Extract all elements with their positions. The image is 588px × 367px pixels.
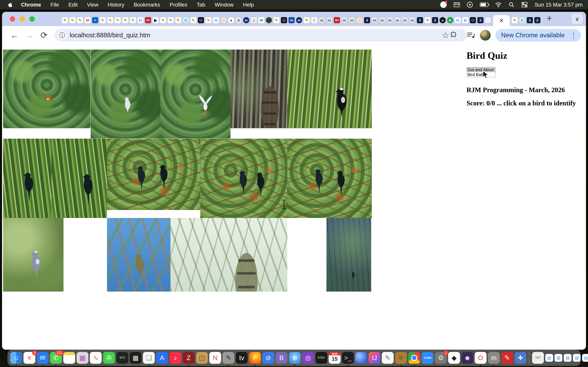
dock-finder[interactable]: ☺ xyxy=(10,352,22,364)
browser-tab-14[interactable]: ✎ xyxy=(160,17,166,23)
bird-photo-tawny-frogmouth[interactable] xyxy=(231,50,287,128)
dock-launchpad[interactable]: ▦ xyxy=(77,352,88,364)
dock-bible-app[interactable]: B xyxy=(276,352,287,364)
browser-tab-9[interactable]: ✎ xyxy=(122,17,129,23)
dock-minimized-doc-2[interactable]: ▤ xyxy=(554,354,562,362)
menu-view[interactable]: View xyxy=(82,2,103,8)
browser-tab-36[interactable]: m xyxy=(326,17,332,23)
wifi-icon[interactable] xyxy=(495,2,502,8)
dock-reminders[interactable]: ≡3 xyxy=(24,352,35,364)
browser-tab-40[interactable]: ◔ xyxy=(356,17,363,23)
control-center-icon[interactable] xyxy=(521,2,527,8)
dock-gimp[interactable]: ✎ xyxy=(223,352,234,364)
dock-art-app[interactable]: ❋ xyxy=(395,352,407,364)
browser-tab-19[interactable]: O xyxy=(198,17,204,23)
browser-tab-7[interactable]: ✎ xyxy=(107,17,113,23)
dock-dtc-app[interactable]: DTC xyxy=(116,352,128,364)
menu-bookmarks[interactable]: Bookmarks xyxy=(129,2,165,8)
browser-tab-42[interactable]: m xyxy=(372,17,378,23)
browser-tab-45[interactable]: m xyxy=(394,17,400,23)
browser-tab-12[interactable]: AFL xyxy=(145,17,151,23)
browser-tab-46[interactable]: m xyxy=(402,17,408,23)
bird-photo-drongo-single-1[interactable] xyxy=(3,139,52,218)
keyboard-window-icon[interactable] xyxy=(454,2,460,8)
browser-tab-21[interactable]: G xyxy=(213,17,219,23)
dock-mail[interactable]: ✉ xyxy=(37,352,49,364)
browser-tab-17[interactable]: C xyxy=(183,17,189,23)
dock-siri[interactable] xyxy=(355,352,367,364)
browser-tab-54[interactable]: G xyxy=(462,17,468,23)
dock-txt-document[interactable]: TXT xyxy=(532,352,544,364)
browser-tab-after-1[interactable]: ✎ xyxy=(512,17,518,23)
browser-menu-dots-icon[interactable]: ⋮ xyxy=(568,31,579,39)
dock-chrome[interactable] xyxy=(408,352,420,364)
menu-file[interactable]: File xyxy=(46,2,64,8)
quiz-mode-select[interactable]: Out and AboutBird Bath xyxy=(467,67,495,77)
browser-tab-8[interactable]: ✎ xyxy=(115,17,121,23)
dock-blocker[interactable]: ⊘ xyxy=(262,352,274,364)
dock-minimized-doc-1[interactable]: ▤ xyxy=(545,354,553,362)
dock-minimized-doc-5[interactable]: ▤ xyxy=(582,354,588,362)
browser-tab-4[interactable]: M xyxy=(85,17,91,23)
bird-photo-drongo-pair-1[interactable] xyxy=(107,139,200,210)
dock-apple-tv[interactable]: tv xyxy=(236,352,248,364)
tab-search-chevron[interactable]: ∨ xyxy=(572,13,583,24)
apple-logo-icon[interactable] xyxy=(7,2,13,8)
menu-help[interactable]: Help xyxy=(238,2,259,8)
browser-tab-57[interactable]: ◌ xyxy=(485,17,491,23)
bird-photo-drongo-pair-3[interactable] xyxy=(287,139,372,218)
browser-tab-after-3[interactable]: S xyxy=(527,17,533,23)
browser-tab-28[interactable]: ● xyxy=(266,17,272,23)
new-chrome-available-button[interactable]: New Chrome available ⋮ xyxy=(495,29,581,42)
browser-tab-35[interactable]: m xyxy=(319,17,325,23)
dock-books[interactable]: ◫ xyxy=(196,352,208,364)
browser-tab-13[interactable]: ▶ xyxy=(153,17,159,23)
dock-system-settings[interactable]: ⚙1 xyxy=(435,352,447,364)
menubar-app-name[interactable]: Chrome xyxy=(16,2,46,8)
browser-tab-5[interactable]: in xyxy=(92,17,98,23)
browser-tab-51[interactable]: ● xyxy=(440,17,446,23)
browser-tab-31[interactable]: abc xyxy=(288,17,295,23)
bird-photo-blurry-olive[interactable] xyxy=(171,218,287,292)
browser-tab-56[interactable]: S xyxy=(477,17,484,23)
browser-tab-43[interactable]: m xyxy=(379,17,385,23)
browser-tab-24[interactable]: ⊕ xyxy=(236,17,242,23)
browser-tab-22[interactable]: ◔ xyxy=(221,17,227,23)
browser-tab-47[interactable]: m xyxy=(409,17,415,23)
profile-avatar[interactable] xyxy=(480,30,491,41)
quiz-select-option-1[interactable]: Out and About xyxy=(467,67,495,72)
bird-photo-rainbow-flight[interactable] xyxy=(3,50,90,128)
browser-tab-23[interactable]: ● xyxy=(228,17,234,23)
bird-photo-white-dove[interactable] xyxy=(91,50,160,138)
browser-tab-25[interactable]: abc xyxy=(243,17,249,23)
dock-terminal[interactable]: >_ xyxy=(342,352,354,364)
bird-photo-tern-wings-up[interactable] xyxy=(160,50,231,138)
dock-dialer[interactable]: ▦ xyxy=(130,352,141,364)
battery-icon[interactable] xyxy=(480,2,488,7)
close-window-button[interactable] xyxy=(10,16,15,22)
dock-blue-tool[interactable]: ✚ xyxy=(515,352,526,364)
dock-music[interactable]: ♪ xyxy=(169,352,181,364)
browser-tab-41[interactable]: S xyxy=(364,17,370,23)
bird-photo-honeyeater[interactable] xyxy=(107,218,171,292)
browser-tab-15[interactable]: ✎ xyxy=(168,17,174,23)
browser-tab-16[interactable]: ✎ xyxy=(175,17,181,23)
dock-filezilla[interactable]: Z xyxy=(183,352,195,364)
close-tab-icon[interactable]: ✕ xyxy=(499,17,504,24)
zoom-window-button[interactable] xyxy=(29,16,35,22)
quiz-select-option-2[interactable]: Bird Bath xyxy=(467,72,495,77)
site-info-icon[interactable]: ⓘ xyxy=(57,31,67,40)
browser-tab-38[interactable]: m xyxy=(341,17,347,23)
browser-tab-after-4[interactable]: S xyxy=(534,17,540,23)
dock-minimized-doc-3[interactable]: ▤ xyxy=(564,354,571,362)
dock-app-store[interactable]: A xyxy=(156,352,168,364)
url-text[interactable]: localhost:8888/bird_quiz.htm xyxy=(70,32,150,39)
extensions-icon[interactable] xyxy=(449,31,457,39)
browser-tab-18[interactable]: ✎ xyxy=(190,17,196,23)
dock-red-editor[interactable]: ✎ xyxy=(501,352,513,364)
browser-tab-37[interactable]: AFL xyxy=(334,17,340,23)
dock-safari[interactable]: ⊕ xyxy=(289,352,301,364)
dock-pet-app[interactable]: ☻ xyxy=(461,352,473,364)
menubar-app-icon[interactable] xyxy=(440,1,447,8)
forward-button[interactable]: → xyxy=(25,31,34,40)
